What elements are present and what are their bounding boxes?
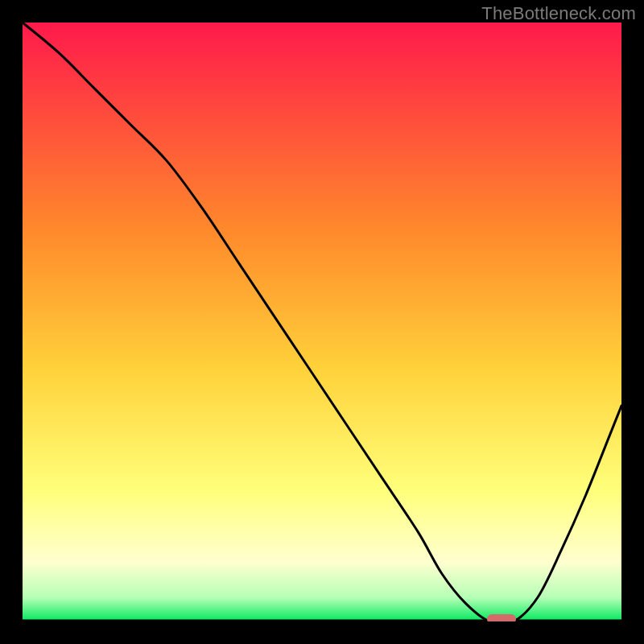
watermark-label: TheBottleneck.com: [481, 3, 636, 24]
plot-area: [23, 23, 621, 621]
bottleneck-curve: [23, 23, 621, 621]
chart-frame: TheBottleneck.com: [0, 0, 644, 644]
optimal-marker: [487, 614, 516, 621]
